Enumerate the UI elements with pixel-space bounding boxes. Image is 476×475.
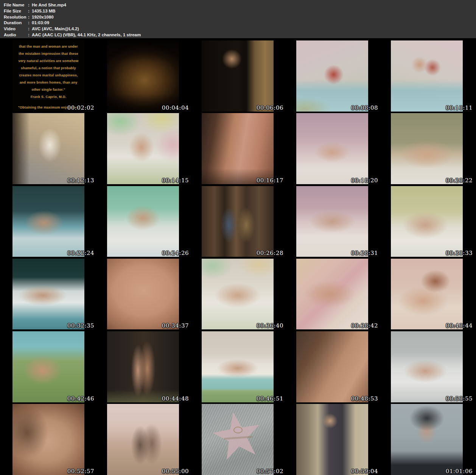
colon: : — [28, 20, 32, 26]
thumbnail-00:59:04: 00:59:04 — [296, 404, 368, 475]
thumbnail-00:26:28: 00:26:28 — [202, 186, 274, 257]
file-info-label: File Name — [4, 2, 28, 8]
file-info-row: Video:AVC (AVC, Main@L4.2) — [4, 26, 476, 32]
timestamp-label: 00:42:46 — [67, 395, 94, 402]
thumbnail-00:16:17: 00:16:17 — [202, 113, 274, 184]
colon: : — [28, 32, 32, 38]
thumbnail-grid: that the man and woman are underthe mist… — [0, 40, 476, 475]
timestamp-label: 00:50:55 — [446, 395, 473, 402]
thumbnail-00:50:55: 00:50:55 — [391, 331, 463, 402]
title-card-line: shameful, a notion that probably — [12, 65, 84, 72]
colon: : — [28, 8, 32, 14]
file-size-value: 1435.13 MB — [32, 8, 56, 14]
file-info-row: Audio:AAC (AAC LC) (VBR), 44.1 KHz, 2 ch… — [4, 32, 476, 38]
timestamp-label: 00:08:08 — [351, 104, 378, 111]
thumbnail-01:01:06: 01:01:06 — [391, 404, 463, 475]
timestamp-label: 00:40:44 — [446, 322, 473, 329]
timestamp-label: 00:38:42 — [351, 322, 378, 329]
timestamp-label: 00:04:04 — [162, 104, 189, 111]
thumbnail-00:38:42: 00:38:42 — [296, 259, 368, 330]
walk-of-fame-star-icon — [202, 404, 274, 475]
title-card-line: creates more marital unhappiness, — [12, 72, 84, 79]
timestamp-label: 00:10:11 — [446, 104, 473, 111]
title-card-line: Frank S. Caprio, M.D. — [12, 93, 84, 101]
timestamp-label: 00:02:02 — [67, 104, 94, 111]
timestamp-label: 00:22:24 — [67, 250, 94, 256]
thumbnail-00:24:26: 00:24:26 — [107, 186, 179, 257]
timestamp-label: 00:18:20 — [351, 177, 378, 184]
thumbnail-00:40:44: 00:40:44 — [391, 259, 463, 330]
thumbnail-00:20:22: 00:20:22 — [391, 113, 463, 184]
thumbnail-00:18:20: 00:18:20 — [296, 113, 368, 184]
timestamp-label: 00:59:04 — [351, 468, 378, 475]
thumbnail-00:32:35: 00:32:35 — [12, 259, 84, 330]
timestamp-label: 00:14:15 — [162, 177, 189, 184]
thumbnail-00:52:57: 00:52:57 — [12, 404, 84, 475]
timestamp-label: 00:44:48 — [162, 395, 189, 402]
timestamp-label: 00:16:17 — [257, 177, 283, 184]
file-info-label: Resolution — [4, 14, 28, 20]
video-contact-sheet: File Name:He And She.mp4 File Size:1435.… — [0, 0, 476, 475]
audio-codec-value: AAC (AAC LC) (VBR), 44.1 KHz, 2 channels… — [32, 32, 141, 38]
thumbnail-00:14:15: 00:14:15 — [107, 113, 179, 184]
file-info-row: File Name:He And She.mp4 — [4, 2, 476, 8]
thumbnail-00:57:02: 00:57:02 — [202, 404, 274, 475]
thumbnail-00:42:46: 00:42:46 — [12, 331, 84, 402]
title-card-line: and more broken homes, than any — [12, 79, 84, 86]
thumbnail-00:02:02: that the man and woman are underthe mist… — [12, 40, 84, 112]
title-card-line: that the man and woman are under — [12, 43, 84, 50]
timestamp-label: 00:12:13 — [67, 177, 94, 184]
title-card: that the man and woman are underthe mist… — [12, 40, 84, 112]
thumbnail-00:04:04: 00:04:04 — [107, 40, 179, 112]
thumbnail-00:08:08: 00:08:08 — [296, 40, 368, 112]
duration-value: 01:03:09 — [32, 20, 49, 26]
resolution-value: 1920x1080 — [32, 14, 54, 20]
timestamp-label: 00:30:33 — [446, 250, 473, 256]
thumbnail-00:28:31: 00:28:31 — [296, 186, 368, 257]
timestamp-label: 00:24:26 — [162, 250, 189, 256]
file-info-label: Duration — [4, 20, 28, 26]
thumbnail-00:06:06: 00:06:06 — [202, 40, 274, 112]
timestamp-label: 00:28:31 — [351, 250, 378, 256]
file-info-row: Duration:01:03:09 — [4, 20, 476, 26]
thumbnail-00:44:48: 00:44:48 — [107, 331, 179, 402]
thumbnail-00:46:51: 00:46:51 — [202, 331, 274, 402]
video-codec-value: AVC (AVC, Main@L4.2) — [32, 26, 79, 32]
file-info-row: Resolution:1920x1080 — [4, 14, 476, 20]
timestamp-label: 00:34:37 — [162, 322, 189, 329]
file-info-row: File Size:1435.13 MB — [4, 8, 476, 14]
timestamp-label: 00:06:06 — [257, 104, 283, 111]
timestamp-label: 00:26:28 — [257, 250, 283, 256]
timestamp-label: 00:46:51 — [257, 395, 283, 402]
title-card-line: other single factor." — [12, 86, 84, 93]
timestamp-label: 00:52:57 — [67, 468, 94, 475]
colon: : — [28, 14, 32, 20]
colon: : — [28, 26, 32, 32]
file-name-value: He And She.mp4 — [32, 2, 66, 8]
thumbnail-00:48:53: 00:48:53 — [296, 331, 368, 402]
thumbnail-00:22:24: 00:22:24 — [12, 186, 84, 257]
timestamp-label: 00:36:40 — [257, 322, 283, 329]
thumbnail-00:10:11: 00:10:11 — [391, 40, 463, 112]
thumbnail-00:30:33: 00:30:33 — [391, 186, 463, 257]
timestamp-label: 00:57:02 — [257, 468, 283, 475]
timestamp-label: 00:32:35 — [67, 322, 94, 329]
timestamp-label: 00:48:53 — [351, 395, 378, 402]
thumbnail-00:55:00: 00:55:00 — [107, 404, 179, 475]
file-info-header: File Name:He And She.mp4 File Size:1435.… — [0, 0, 476, 38]
timestamp-label: 00:55:00 — [162, 468, 189, 475]
thumbnail-00:34:37: 00:34:37 — [107, 259, 179, 330]
title-card-line: very natural activities are somehow — [12, 57, 84, 65]
timestamp-label: 01:01:06 — [446, 468, 473, 475]
title-card-line: from sexual intercourse require — [12, 111, 84, 112]
file-info-label: Audio — [4, 32, 28, 38]
title-card-line: the mistaken impression that these — [12, 50, 84, 57]
title-card-line — [12, 101, 84, 104]
thumbnail-00:12:13: 00:12:13 — [12, 113, 84, 184]
timestamp-label: 00:20:22 — [446, 177, 473, 184]
file-info-label: File Size — [4, 8, 28, 14]
colon: : — [28, 2, 32, 8]
thumbnail-00:36:40: 00:36:40 — [202, 259, 274, 330]
file-info-label: Video — [4, 26, 28, 32]
